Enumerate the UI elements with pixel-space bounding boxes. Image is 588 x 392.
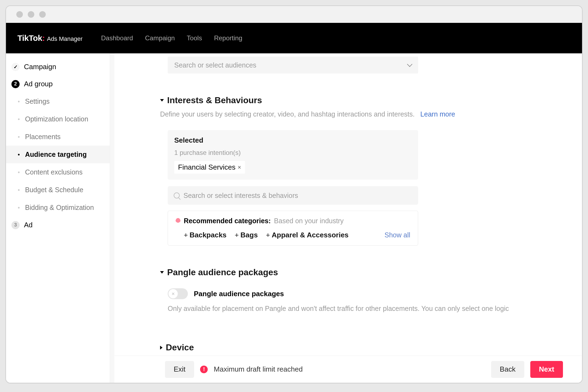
nav-campaign[interactable]: Campaign	[145, 34, 175, 42]
step-number-icon: 2	[11, 80, 20, 88]
section-interests: Interests & Behaviours Define your users…	[160, 95, 530, 246]
sidebar-item-audience-targeting[interactable]: Audience targeting	[6, 146, 110, 163]
search-icon	[174, 192, 180, 198]
rec-item-backpacks[interactable]: +Backpacks	[184, 231, 226, 239]
sidebar-item-optimization-location[interactable]: Optimization location	[6, 110, 110, 128]
window-zoom-icon[interactable]	[39, 11, 46, 18]
pangle-toggle[interactable]	[168, 288, 188, 299]
section-header[interactable]: Device	[160, 342, 530, 353]
step-ad[interactable]: 3 Ad	[6, 216, 110, 234]
section-title: Pangle audience packages	[167, 267, 278, 277]
section-header[interactable]: Interests & Behaviours	[160, 95, 530, 105]
chevron-down-icon	[407, 62, 412, 67]
section-header[interactable]: Pangle audience packages	[160, 267, 530, 277]
window-minimize-icon[interactable]	[28, 11, 34, 18]
search-placeholder: Search or select interests & behaviors	[183, 192, 298, 200]
logo-subtitle: Ads Manager	[47, 35, 82, 42]
bullet-icon	[18, 207, 20, 209]
sidebar-item-label: Placements	[25, 133, 61, 141]
recommended-box: Recommended categories: Based on your in…	[168, 211, 418, 246]
selected-chip: Financial Services ×	[174, 161, 245, 174]
chip-label: Financial Services	[178, 163, 235, 171]
selected-count: 1 purchase intention(s)	[174, 149, 412, 157]
rec-item-bags[interactable]: +Bags	[235, 231, 258, 239]
bullet-icon	[18, 171, 20, 173]
step-number-icon: 3	[11, 221, 20, 229]
exit-button[interactable]: Exit	[165, 361, 194, 378]
bullet-icon	[18, 154, 20, 155]
sidebar-item-bidding-optimization[interactable]: Bidding & Optimization	[6, 199, 110, 216]
warning-text: Maximum draft limit reached	[214, 365, 303, 373]
logo-text: TikTok:	[17, 33, 45, 43]
recommended-label: Recommended categories:	[184, 217, 271, 225]
content-area: ✓ Campaign 2 Ad group Settings Optimizat…	[6, 53, 582, 383]
recommended-basis: Based on your industry	[274, 217, 344, 225]
browser-titlebar	[6, 6, 582, 23]
show-all-link[interactable]: Show all	[385, 231, 411, 239]
bulb-icon	[176, 218, 180, 224]
section-title: Interests & Behaviours	[167, 95, 262, 105]
sidebar-item-content-exclusions[interactable]: Content exclusions	[6, 163, 110, 181]
pangle-toggle-row: Pangle audience packages	[168, 288, 530, 299]
toggle-label: Pangle audience packages	[194, 290, 284, 298]
bullet-icon	[18, 189, 20, 191]
sidebar-item-label: Bidding & Optimization	[25, 204, 94, 212]
sidebar: ✓ Campaign 2 Ad group Settings Optimizat…	[6, 53, 110, 383]
back-button[interactable]: Back	[491, 361, 524, 378]
rec-item-apparel[interactable]: +Apparel & Accessories	[266, 231, 348, 239]
top-nav: TikTok: Ads Manager Dashboard Campaign T…	[6, 23, 582, 53]
caret-down-icon	[160, 271, 164, 274]
browser-window: TikTok: Ads Manager Dashboard Campaign T…	[5, 5, 583, 383]
sidebar-item-label: Audience targeting	[25, 151, 87, 158]
selected-box: Selected 1 purchase intention(s) Financi…	[168, 130, 418, 180]
sidebar-item-label: Budget & Schedule	[25, 186, 83, 194]
section-device: Device	[160, 342, 530, 353]
step-label: Ad group	[24, 80, 53, 88]
description-text: Define your users by selecting creator, …	[160, 110, 415, 118]
next-button[interactable]: Next	[530, 361, 563, 378]
bullet-icon	[18, 101, 20, 102]
audiences-select[interactable]: Search or select audiences	[168, 57, 418, 74]
nav-tools[interactable]: Tools	[187, 34, 202, 42]
nav-reporting[interactable]: Reporting	[214, 34, 242, 42]
step-label: Ad	[24, 221, 33, 229]
step-check-icon: ✓	[11, 63, 20, 71]
learn-more-link[interactable]: Learn more	[420, 110, 455, 118]
logo[interactable]: TikTok: Ads Manager	[17, 33, 82, 43]
selected-label: Selected	[174, 136, 412, 145]
footer-bar: Exit ! Maximum draft limit reached Back …	[114, 356, 582, 383]
sidebar-item-label: Settings	[25, 97, 50, 105]
warning-icon: !	[200, 366, 208, 373]
nav-dashboard[interactable]: Dashboard	[101, 34, 133, 42]
select-placeholder: Search or select audiences	[174, 61, 256, 69]
section-description: Define your users by selecting creator, …	[160, 110, 530, 118]
main-panel: Search or select audiences Interests & B…	[114, 53, 582, 383]
window-close-icon[interactable]	[16, 11, 23, 18]
sidebar-item-placements[interactable]: Placements	[6, 128, 110, 146]
bullet-icon	[18, 136, 20, 138]
step-campaign[interactable]: ✓ Campaign	[6, 58, 110, 75]
step-label: Campaign	[24, 63, 56, 71]
interests-search-input[interactable]: Search or select interests & behaviors	[168, 186, 418, 205]
sidebar-item-settings[interactable]: Settings	[6, 93, 110, 110]
pangle-description: Only available for placement on Pangle a…	[168, 305, 530, 313]
step-ad-group[interactable]: 2 Ad group	[6, 75, 110, 93]
sidebar-item-label: Content exclusions	[25, 168, 82, 176]
section-pangle: Pangle audience packages Pangle audience…	[160, 267, 530, 313]
caret-down-icon	[160, 99, 164, 102]
sidebar-item-label: Optimization location	[25, 115, 88, 123]
chip-remove-icon[interactable]: ×	[238, 164, 241, 171]
section-title: Device	[166, 342, 194, 353]
sidebar-item-budget-schedule[interactable]: Budget & Schedule	[6, 181, 110, 199]
bullet-icon	[18, 118, 20, 120]
caret-right-icon	[160, 346, 163, 350]
